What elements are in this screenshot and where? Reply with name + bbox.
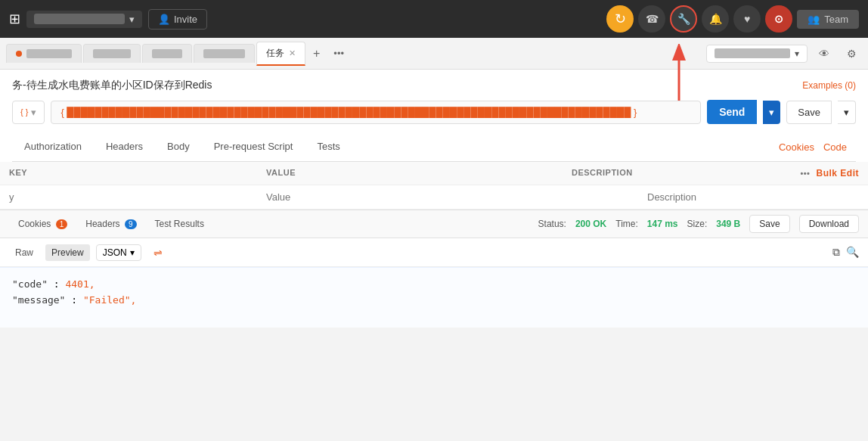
method-chevron-icon: ▾ (31, 107, 36, 118)
request-section: 务-待生成水电费账单的小区ID保存到Redis Examples (0) { }… (0, 70, 868, 162)
team-icon: 👥 (808, 14, 820, 25)
desc-input[interactable] (647, 191, 859, 203)
tab-item-1[interactable] (6, 44, 82, 63)
tab-item-5[interactable]: 任务 ✕ (256, 42, 305, 66)
preview-button[interactable]: Preview (45, 244, 90, 261)
send-dropdown-button[interactable]: ▾ (763, 101, 780, 124)
tab-label-4 (203, 49, 245, 58)
tab-headers[interactable]: Headers (94, 133, 155, 161)
response-tab-headers[interactable]: Headers 9 (76, 213, 145, 235)
headers-badge: 9 (125, 219, 137, 229)
response-save-button[interactable]: Save (749, 215, 789, 233)
url-input[interactable] (51, 101, 701, 124)
navbar: ⊞ ▾ 👤 Invite ↻ ☎ 🔧 🔔 ♥ ⊙ 👥 Team (0, 0, 868, 38)
format-toolbar: Raw Preview JSON ▾ ⇌ ⧉ 🔍 (0, 238, 868, 267)
tab-add-button[interactable]: + (307, 44, 326, 64)
cookies-link[interactable]: Cookies (779, 141, 814, 153)
json-format-select[interactable]: JSON ▾ (96, 244, 141, 261)
phone-button[interactable]: ☎ (638, 5, 665, 33)
tab-label-1 (26, 49, 72, 58)
team-label: Team (824, 14, 848, 25)
col-header-value: VALUE (266, 168, 572, 179)
tab-body[interactable]: Body (155, 133, 202, 161)
response-tab-test-results[interactable]: Test Results (146, 213, 213, 235)
toolbar-right: ⧉ 🔍 (832, 246, 859, 259)
status-label: Status: (538, 219, 566, 229)
code-key-1: "code" (12, 278, 48, 290)
json-format-label: JSON (103, 247, 127, 258)
col-header-desc: DESCRIPTION (572, 168, 783, 179)
headers-tab-label: Headers (85, 219, 119, 229)
params-table: KEY VALUE DESCRIPTION ••• Bulk Edit (0, 162, 868, 210)
cookies-badge: 1 (56, 219, 68, 229)
team-button[interactable]: 👥 Team (797, 10, 859, 29)
status-value: 200 OK (575, 219, 606, 229)
code-link[interactable]: Code (823, 141, 847, 153)
size-value: 349 B (716, 219, 740, 229)
tab-item-4[interactable] (194, 44, 255, 63)
sync-button[interactable]: ↻ (606, 5, 634, 33)
table-header: KEY VALUE DESCRIPTION ••• Bulk Edit (0, 162, 868, 185)
heart-icon: ♥ (744, 13, 750, 25)
key-input[interactable] (9, 191, 266, 203)
examples-link[interactable]: Examples (0) (802, 80, 856, 91)
table-row (0, 185, 868, 210)
gear-button[interactable]: ⚙ (841, 43, 862, 64)
tab-close-5[interactable]: ✕ (289, 48, 296, 58)
copy-button[interactable]: ⧉ (832, 246, 840, 259)
env-name (715, 48, 790, 58)
row-desc-cell (647, 191, 859, 203)
request-title: 务-待生成水电费账单的小区ID保存到Redis (12, 79, 212, 92)
logo-button[interactable]: ⊙ (765, 5, 792, 33)
send-button[interactable]: Send (707, 100, 757, 124)
eye-button[interactable]: 👁 (814, 43, 835, 64)
col-header-actions: ••• Bulk Edit (783, 168, 859, 179)
tab-authorization[interactable]: Authorization (12, 133, 94, 161)
cookies-tab-label: Cookies (18, 219, 51, 229)
navbar-left: ⊞ ▾ 👤 Invite (9, 9, 600, 30)
method-selector[interactable]: { } ▾ (12, 101, 45, 124)
response-download-button[interactable]: Download (799, 215, 859, 233)
tab-tests[interactable]: Tests (305, 133, 352, 161)
phone-icon: ☎ (646, 13, 659, 25)
more-options-icon[interactable]: ••• (800, 169, 810, 178)
tab-label-5: 任务 (266, 47, 284, 60)
raw-button[interactable]: Raw (9, 244, 39, 261)
workspace-name-text (34, 14, 125, 24)
tab-more-button[interactable]: ••• (327, 45, 350, 62)
wrench-button[interactable]: 🔧 (670, 5, 697, 33)
time-label: Time: (615, 219, 638, 229)
user-plus-icon: 👤 (158, 14, 170, 25)
tabs-bar: 任务 ✕ + ••• ▾ 👁 ⚙ (0, 38, 868, 70)
format-icon-button[interactable]: ⇌ (147, 244, 169, 262)
row-key-cell (9, 191, 266, 203)
bell-button[interactable]: 🔔 (702, 5, 729, 33)
response-status: Status: 200 OK Time: 147 ms Size: 349 B … (538, 215, 859, 233)
tab-pre-request-script[interactable]: Pre-request Script (202, 133, 305, 161)
save-dropdown-button[interactable]: ▾ (838, 101, 856, 124)
request-title-row: 务-待生成水电费账单的小区ID保存到Redis Examples (0) (12, 79, 856, 92)
save-button[interactable]: Save (786, 101, 832, 124)
tab-item-2[interactable] (83, 44, 141, 63)
workspace-chevron: ▾ (129, 14, 135, 25)
workspace-selector[interactable]: ▾ (26, 11, 142, 28)
env-selector[interactable]: ▾ (706, 45, 808, 63)
heart-button[interactable]: ♥ (733, 5, 761, 33)
code-line-1: "code" : 4401, (12, 277, 856, 293)
logo-icon: ⊙ (774, 13, 783, 25)
code-line-2: "message" : "Failed", (12, 293, 856, 309)
code-val-2: "Failed", (83, 294, 136, 306)
row-value-cell (266, 191, 647, 203)
sync-icon: ↻ (615, 11, 626, 27)
search-button[interactable]: 🔍 (846, 246, 859, 259)
json-format-chevron: ▾ (130, 247, 135, 258)
response-tab-cookies[interactable]: Cookies 1 (9, 213, 76, 235)
tab-item-3[interactable] (142, 44, 192, 63)
time-value: 147 ms (647, 219, 678, 229)
params-tabs: Authorization Headers Body Pre-request S… (12, 133, 856, 162)
env-chevron-icon: ▾ (795, 48, 799, 59)
bulk-edit-button[interactable]: Bulk Edit (816, 168, 859, 179)
invite-button[interactable]: 👤 Invite (148, 9, 207, 30)
tab-label-2 (93, 49, 131, 58)
value-input[interactable] (266, 191, 647, 203)
